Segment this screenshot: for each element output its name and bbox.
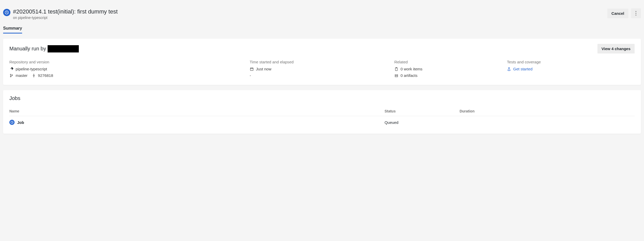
artifacts-icon (394, 73, 398, 78)
related-section: Related 0 work items 0 artifacts (394, 60, 501, 80)
job-name: Job (17, 120, 24, 125)
status-clock-icon (9, 120, 15, 125)
svg-point-3 (635, 15, 636, 15)
page-title: #20200514.1 test(initial): first dummy t… (13, 8, 118, 15)
svg-rect-4 (10, 67, 13, 70)
calendar-icon (250, 67, 254, 71)
branch-link[interactable]: master (16, 73, 28, 78)
time-started: Just now (256, 67, 271, 71)
more-vertical-icon (635, 11, 636, 16)
more-actions-button[interactable] (631, 8, 641, 18)
repo-icon (9, 67, 14, 71)
repo-link[interactable]: pipeline-typescript (9, 67, 243, 71)
cancel-button[interactable]: Cancel (607, 9, 628, 18)
job-status: Queued (384, 116, 459, 129)
repo-version-label: Repository and version (9, 60, 243, 64)
repo-version-section: Repository and version pipeline-typescri… (9, 60, 243, 80)
svg-rect-13 (395, 75, 398, 76)
tab-summary[interactable]: Summary (3, 24, 22, 34)
artifacts-link[interactable]: 0 artifacts (394, 73, 501, 78)
jobs-heading: Jobs (9, 95, 635, 101)
time-elapsed: - (250, 73, 251, 78)
svg-rect-14 (395, 76, 398, 77)
branch-icon (9, 73, 14, 78)
commit-link[interactable]: 9276818 (38, 73, 53, 78)
time-section: Time started and elapsed Just now - (250, 60, 388, 80)
beaker-icon (507, 67, 511, 71)
svg-point-9 (33, 75, 34, 76)
svg-point-2 (635, 13, 636, 14)
view-changes-button[interactable]: View 4 changes (597, 44, 635, 53)
triggered-by-redacted (48, 45, 79, 52)
tests-section: Tests and coverage Get started (507, 60, 635, 80)
svg-point-8 (12, 75, 12, 75)
related-label: Related (394, 60, 501, 64)
work-items-link[interactable]: 0 work items (394, 67, 501, 71)
page-subtitle: on pipeline-typescript (13, 16, 118, 20)
commit-icon (32, 73, 36, 78)
svg-rect-10 (250, 68, 253, 70)
table-row[interactable]: Job Queued (9, 116, 635, 129)
jobs-col-duration[interactable]: Duration (460, 106, 635, 116)
job-duration (460, 116, 635, 129)
tests-label: Tests and coverage (507, 60, 635, 64)
status-clock-icon (3, 9, 10, 16)
clipboard-icon (394, 67, 398, 71)
tests-get-started-link[interactable]: Get started (507, 67, 635, 71)
time-label: Time started and elapsed (250, 60, 388, 64)
jobs-col-status[interactable]: Status (384, 106, 459, 116)
run-trigger-heading: Manually run by (9, 45, 79, 52)
svg-point-1 (635, 11, 636, 12)
jobs-col-name[interactable]: Name (9, 106, 384, 116)
svg-point-6 (10, 74, 11, 75)
